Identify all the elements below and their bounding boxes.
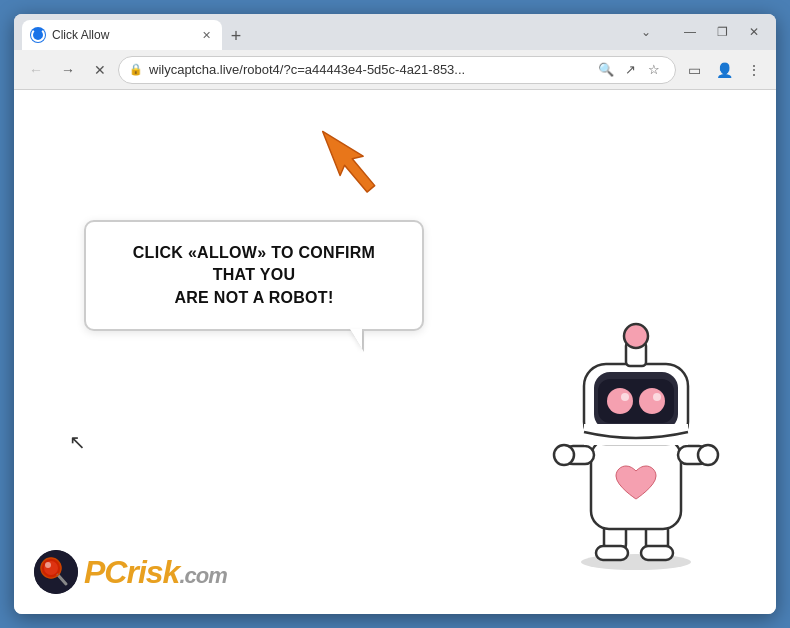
robot-icon: [536, 284, 736, 574]
title-bar: Click Allow ✕ + ⌄ — ❐ ✕: [14, 14, 776, 50]
active-tab[interactable]: Click Allow ✕: [22, 20, 222, 50]
lock-icon: 🔒: [129, 63, 143, 76]
svg-point-10: [698, 445, 718, 465]
robot-image: [536, 284, 736, 574]
search-icon[interactable]: 🔍: [595, 59, 617, 81]
pcrisk-text-gray: PC: [84, 554, 126, 590]
address-bar[interactable]: 🔒 wilycaptcha.live/robot4/?c=a44443e4-5d…: [118, 56, 676, 84]
close-button[interactable]: ✕: [740, 18, 768, 46]
minimize-button[interactable]: —: [676, 18, 704, 46]
arrow-container: [309, 110, 389, 204]
svg-marker-0: [311, 122, 382, 199]
share-icon[interactable]: ↗: [619, 59, 641, 81]
address-bar-icons: 🔍 ↗ ☆: [595, 59, 665, 81]
menu-icon[interactable]: ⋮: [740, 56, 768, 84]
forward-button[interactable]: →: [54, 56, 82, 84]
bookmark-icon[interactable]: ☆: [643, 59, 665, 81]
profile-icon[interactable]: 👤: [710, 56, 738, 84]
tab-favicon: [30, 27, 46, 43]
toolbar-right: ▭ 👤 ⋮: [680, 56, 768, 84]
pcrisk-text-orange: risk: [126, 554, 179, 590]
svg-point-15: [607, 388, 633, 414]
svg-rect-4: [596, 546, 628, 560]
svg-point-16: [639, 388, 665, 414]
bubble-text: CLICK «ALLOW» TO CONFIRM THAT YOU ARE NO…: [110, 242, 398, 309]
svg-point-18: [653, 393, 661, 401]
tab-strip: Click Allow ✕ +: [22, 14, 628, 50]
svg-rect-5: [641, 546, 673, 560]
window-controls: — ❐ ✕: [676, 18, 768, 46]
orange-arrow-icon: [309, 110, 389, 200]
reload-button[interactable]: ✕: [86, 56, 114, 84]
speech-bubble: CLICK «ALLOW» TO CONFIRM THAT YOU ARE NO…: [84, 220, 424, 331]
chevron-down-icon[interactable]: ⌄: [632, 18, 660, 46]
mouse-cursor-icon: ↖: [69, 430, 86, 454]
pcrisk-logo: PCrisk.com: [34, 550, 227, 594]
pcrisk-text: PCrisk.com: [84, 554, 227, 591]
back-button[interactable]: ←: [22, 56, 50, 84]
navigation-bar: ← → ✕ 🔒 wilycaptcha.live/robot4/?c=a4444…: [14, 50, 776, 90]
svg-point-26: [45, 562, 51, 568]
page-content: CLICK «ALLOW» TO CONFIRM THAT YOU ARE NO…: [14, 90, 776, 614]
browser-window: Click Allow ✕ + ⌄ — ❐ ✕ ← → ✕ 🔒 wilycapt…: [14, 14, 776, 614]
tab-overflow-button[interactable]: ⌄: [632, 18, 660, 46]
svg-point-17: [621, 393, 629, 401]
pcrisk-logo-icon: [34, 550, 78, 594]
tab-close-button[interactable]: ✕: [198, 27, 214, 43]
svg-point-20: [624, 324, 648, 348]
tab-arrange-icon[interactable]: ▭: [680, 56, 708, 84]
new-tab-button[interactable]: +: [222, 22, 250, 50]
pcrisk-text-domain: .com: [179, 563, 226, 588]
tab-title: Click Allow: [52, 28, 192, 42]
maximize-button[interactable]: ❐: [708, 18, 736, 46]
svg-point-8: [554, 445, 574, 465]
url-text: wilycaptcha.live/robot4/?c=a44443e4-5d5c…: [149, 62, 589, 77]
